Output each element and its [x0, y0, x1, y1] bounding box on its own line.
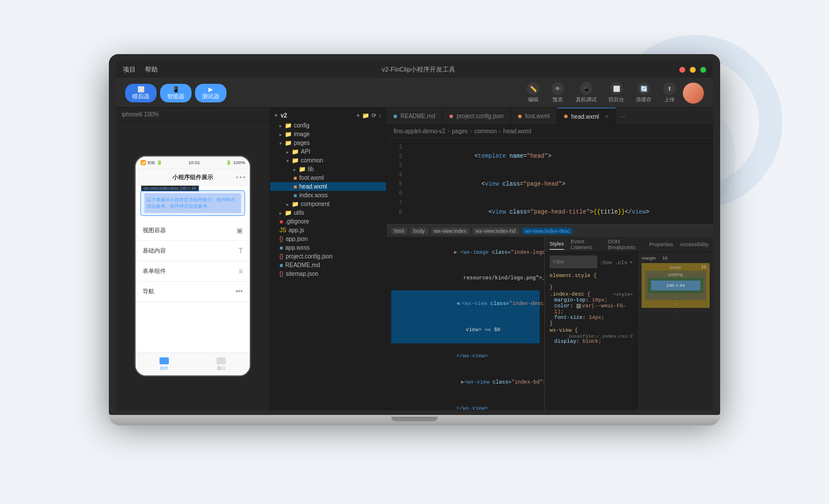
line-num-4: 4: [387, 171, 402, 180]
collapse-icon[interactable]: ↕: [378, 112, 381, 119]
styles-tab-events[interactable]: Event Listeners: [571, 237, 601, 253]
window-close-btn[interactable]: [679, 67, 685, 73]
editor-area: README.md project.config.json foot.wxml: [387, 108, 713, 410]
editor-tab-project-config[interactable]: project.config.json: [442, 108, 511, 125]
nav-components-icon: [160, 357, 169, 364]
box-padding: 240 × 44: [648, 278, 703, 293]
utils-folder-icon: 📁: [285, 210, 292, 216]
nav-item-interface[interactable]: 接口: [217, 357, 226, 371]
dot-3: [243, 176, 245, 178]
element-breadcrumb: html body wx-view.index wx-view.index-hd…: [387, 225, 713, 237]
file-api[interactable]: 📁API: [270, 147, 386, 156]
file-gitignore[interactable]: ■.gitignore: [270, 217, 386, 226]
file-head-wxml[interactable]: ■head.wxml: [270, 182, 386, 191]
file-readme[interactable]: ■README.md: [270, 261, 386, 269]
app-wxss-icon: ■: [279, 244, 283, 251]
styles-tab-dom[interactable]: DOM Breakpoints: [608, 237, 642, 253]
el-crumb-index[interactable]: wx-view.index: [431, 228, 470, 235]
action-background[interactable]: ⬜ 切后台: [608, 82, 624, 104]
window-controls: [679, 67, 706, 73]
new-folder-icon[interactable]: 📁: [362, 112, 369, 119]
edit-icon: ✏️: [527, 82, 540, 95]
file-index-wxss[interactable]: ■index.wxss: [270, 191, 386, 200]
refresh-icon[interactable]: ⟳: [371, 112, 376, 119]
file-foot-wxml[interactable]: ■foot.wxml: [270, 173, 386, 182]
styles-tab-props[interactable]: Properties: [649, 239, 673, 250]
file-app-js[interactable]: JSapp.js: [270, 226, 386, 235]
breadcrumb-sep-1: ›: [448, 128, 449, 134]
editor-tab-readme[interactable]: README.md: [387, 108, 442, 125]
el-crumb-html[interactable]: html: [391, 228, 407, 235]
line-num-1: 1: [387, 143, 402, 152]
menu-project[interactable]: 项目: [123, 65, 136, 74]
styles-tab-access[interactable]: Accessibility: [680, 239, 708, 250]
css-panel[interactable]: :hov .cls + element.style { }: [545, 252, 637, 410]
tab-debugger-icon: 📱: [172, 86, 179, 93]
box-margin-bottom-label: -: [642, 309, 710, 313]
nav-item-components[interactable]: 组件: [160, 357, 169, 371]
list-icon-2: ≡: [239, 267, 243, 275]
image-arrow: [279, 132, 282, 137]
file-project-config[interactable]: {}project.config.json: [270, 252, 386, 261]
list-label-3: 导航: [143, 288, 154, 296]
file-utils[interactable]: 📁utils: [270, 208, 386, 217]
html-line-4: view> == $0: [391, 317, 540, 343]
list-item-2[interactable]: 表单组件 ≡: [136, 261, 250, 282]
styles-tab-styles[interactable]: Styles: [550, 239, 564, 250]
action-edit-label: 编辑: [528, 96, 539, 104]
status-left: 📶 IDE 🔋: [140, 160, 162, 165]
common-arrow: [286, 158, 289, 164]
file-common[interactable]: 📁common: [270, 156, 386, 165]
action-preview[interactable]: 👁 预览: [551, 82, 564, 104]
component-arrow: [286, 202, 289, 207]
new-file-icon[interactable]: +: [356, 112, 360, 119]
file-component[interactable]: 📁component: [270, 200, 386, 208]
file-pages[interactable]: 📁pages: [270, 139, 386, 147]
action-clear-label: 清缓存: [636, 96, 651, 104]
action-upload[interactable]: ⬆ 上传: [663, 82, 676, 104]
more-tabs-btn[interactable]: ···: [616, 108, 630, 125]
title-bar: 项目 帮助 v2-FinClip小程序开发工具: [116, 61, 713, 79]
file-app-json[interactable]: {}app.json: [270, 235, 386, 243]
el-crumb-desc[interactable]: wx-view.index-desc: [522, 228, 573, 235]
editor-tab-foot[interactable]: foot.wxml: [511, 108, 557, 125]
user-avatar[interactable]: [683, 83, 704, 104]
code-content[interactable]: <template name="head"> <view class="page…: [407, 138, 713, 224]
background-icon: ⬜: [610, 82, 623, 95]
menu-help[interactable]: 帮助: [145, 65, 158, 74]
list-item-3[interactable]: 导航 •••: [136, 282, 250, 302]
file-app-wxss[interactable]: ■app.wxss: [270, 243, 386, 252]
window-minimize-btn[interactable]: [690, 67, 696, 73]
list-item-1[interactable]: 基础内容 T: [136, 241, 250, 261]
file-image[interactable]: 📁image: [270, 130, 386, 139]
action-clear[interactable]: 🔄 清缓存: [636, 82, 651, 104]
list-item-0[interactable]: 视图容器 ▣: [136, 221, 250, 241]
tab-debugger[interactable]: 📱 智能器: [160, 84, 192, 102]
hover-toggle[interactable]: :hov: [600, 260, 612, 266]
project-tab-label: project.config.json: [456, 113, 504, 119]
nav-interface-icon: [217, 357, 226, 364]
bottom-content: ▶ <wx-image class="index-logo" src="../r…: [387, 237, 713, 410]
action-upload-label: 上传: [664, 96, 675, 104]
css-filter-input[interactable]: [550, 255, 597, 268]
tab-simulator[interactable]: ⬜ 模拟器: [125, 84, 157, 102]
phone-title-bar: 小程序组件展示: [136, 169, 250, 186]
head-tab-dot: [564, 115, 568, 118]
phone-menu-dots[interactable]: [236, 176, 245, 178]
file-sitemap[interactable]: {}sitemap.json: [270, 269, 386, 278]
cls-toggle[interactable]: .cls: [615, 260, 628, 266]
add-style-btn[interactable]: +: [630, 260, 633, 266]
html-view[interactable]: ▶ <wx-image class="index-logo" src="../r…: [387, 237, 544, 410]
tab-test[interactable]: ▶ 测试器: [195, 84, 226, 102]
editor-tab-head[interactable]: head.wxml ×: [557, 108, 616, 125]
action-device[interactable]: 📱 真机调试: [576, 82, 597, 104]
action-edit[interactable]: ✏️ 编辑: [527, 82, 540, 104]
status-right: 🔋 100%: [226, 160, 245, 165]
window-maximize-btn[interactable]: [700, 67, 706, 73]
dot-2: [240, 176, 242, 178]
el-crumb-body[interactable]: body: [410, 228, 428, 235]
file-lib[interactable]: 📁lib: [270, 165, 386, 173]
head-tab-close[interactable]: ×: [605, 113, 608, 120]
el-crumb-hd[interactable]: wx-view.index-hd: [473, 228, 519, 235]
file-config[interactable]: 📁config: [270, 121, 386, 130]
